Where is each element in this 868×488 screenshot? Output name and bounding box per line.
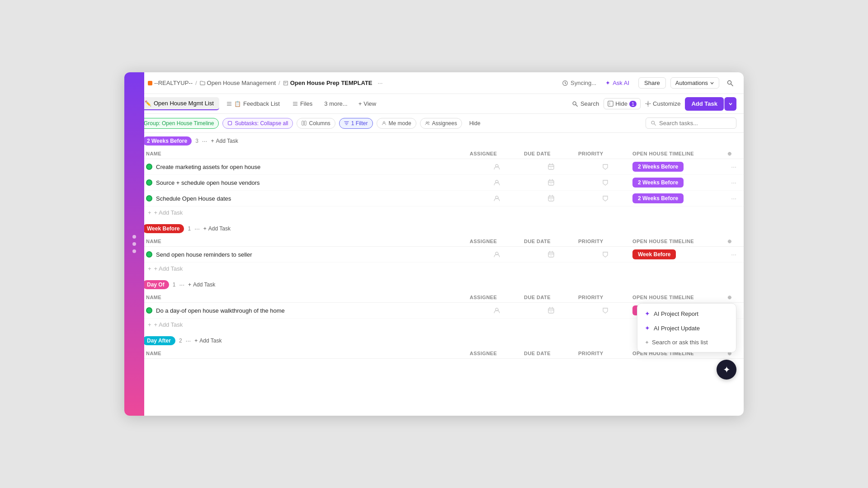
due-date-cell[interactable]: [524, 195, 578, 202]
row-more-button[interactable]: ···: [723, 251, 736, 258]
active-filter-chip[interactable]: 1 Filter: [339, 118, 373, 129]
group-header-day-of[interactable]: ▾ Day Of 1 ··· +Add Task: [124, 277, 744, 293]
svg-rect-16: [608, 101, 613, 106]
task-status-dot[interactable]: [146, 195, 152, 202]
priority-cell[interactable]: [578, 164, 632, 170]
group-header-two-weeks[interactable]: ▾ 2 Weeks Before 3 ··· +Add Task: [124, 133, 744, 149]
breadcrumb-folder[interactable]: Open House Management: [200, 80, 276, 86]
group-filter-chip[interactable]: Group: Open House Timeline: [132, 118, 219, 129]
due-date-cell[interactable]: [524, 179, 578, 186]
group-label-week-before[interactable]: Week Before: [142, 224, 184, 233]
timeline-cell[interactable]: 2 Weeks Before: [632, 162, 723, 172]
breadcrumb-more-button[interactable]: ···: [375, 79, 386, 87]
priority-cell[interactable]: [578, 251, 632, 258]
add-task-row-week-before[interactable]: ++ Add Task: [124, 263, 744, 275]
ask-ai-button[interactable]: ✦ Ask AI: [601, 78, 634, 88]
col-name-header: Name: [146, 295, 470, 300]
task-name-send-reminders[interactable]: Send open house reminders to seller: [146, 251, 470, 258]
timeline-cell[interactable]: 2 Weeks Before: [632, 178, 723, 188]
priority-cell[interactable]: [578, 179, 632, 186]
group-label-two-weeks[interactable]: 2 Weeks Before: [142, 136, 192, 145]
assignee-cell[interactable]: [470, 195, 524, 202]
ai-project-report-button[interactable]: ✦ AI Project Report: [637, 306, 736, 321]
task-name-source-schedule[interactable]: Source + schedule open house vendors: [146, 179, 470, 186]
tab-open-house-mgmt-list[interactable]: ✏️ Open House Mgmt List: [132, 97, 219, 110]
task-status-dot[interactable]: [146, 251, 152, 258]
group-label-day-of[interactable]: Day Of: [142, 280, 169, 289]
group-add-task-two-weeks[interactable]: +Add Task: [211, 138, 238, 144]
add-task-row-two-weeks[interactable]: ++ Add Task: [124, 206, 744, 219]
task-status-dot[interactable]: [146, 164, 152, 170]
fab-button[interactable]: ✦: [717, 360, 736, 380]
task-name-walkthrough[interactable]: Do a day-of open house walkthrough of th…: [146, 307, 470, 314]
group-dots-two-weeks[interactable]: ···: [202, 137, 208, 145]
group-add-task-day-after[interactable]: +Add Task: [194, 338, 222, 344]
search-tasks-input[interactable]: [659, 120, 731, 127]
group-dots-day-after[interactable]: ···: [186, 337, 191, 344]
ai-search-list-button[interactable]: ✦ Search or ask this list: [637, 335, 736, 349]
svg-rect-9: [227, 103, 231, 104]
due-date-cell[interactable]: [524, 251, 578, 258]
assignees-chip[interactable]: Assignees: [420, 118, 462, 129]
assignee-cell[interactable]: [470, 307, 524, 314]
add-column-button[interactable]: ⊕: [723, 295, 736, 300]
add-column-button[interactable]: ⊕: [723, 239, 736, 244]
me-mode-chip[interactable]: Me mode: [377, 118, 416, 129]
add-task-button[interactable]: Add Task: [685, 97, 724, 111]
row-more-button[interactable]: ···: [723, 179, 736, 186]
row-more-button[interactable]: ···: [723, 163, 736, 170]
assignee-cell[interactable]: [470, 163, 524, 170]
priority-cell[interactable]: [578, 195, 632, 202]
columns-filter-chip[interactable]: Columns: [297, 118, 335, 129]
tab-files[interactable]: Files: [287, 98, 318, 110]
task-status-dot[interactable]: [146, 307, 152, 314]
svg-point-3: [728, 80, 731, 84]
task-status-dot[interactable]: [146, 179, 152, 186]
ai-star-icon: ✦: [645, 324, 650, 332]
automations-button[interactable]: Automations: [670, 77, 719, 89]
svg-line-4: [731, 84, 733, 86]
ai-project-update-button[interactable]: ✦ AI Project Update: [637, 321, 736, 335]
add-column-button[interactable]: ⊕: [723, 151, 736, 157]
group-dots-day-of[interactable]: ···: [179, 281, 184, 288]
due-date-cell[interactable]: [524, 163, 578, 170]
group-label-day-after[interactable]: Day After: [142, 336, 175, 345]
left-accent-bar: [124, 72, 144, 416]
breadcrumb-workspace[interactable]: --REALTYUP--: [148, 80, 193, 86]
add-task-dropdown-button[interactable]: [724, 97, 736, 111]
more-tabs-button[interactable]: 3 more...: [320, 98, 352, 109]
add-view-button[interactable]: + View: [354, 98, 381, 109]
col-assignee-header: Assignee: [470, 151, 524, 157]
tab-feedback-list[interactable]: 📋 Feedback List: [221, 98, 285, 110]
row-more-button[interactable]: ···: [723, 195, 736, 202]
group-add-task-day-of[interactable]: +Add Task: [188, 282, 215, 288]
timeline-badge[interactable]: 2 Weeks Before: [632, 193, 684, 203]
title-bar: --REALTYUP-- / Open House Management / O…: [124, 72, 744, 94]
timeline-badge[interactable]: Week Before: [632, 249, 676, 259]
task-name-create-marketing[interactable]: Create marketing assets for open house: [146, 164, 470, 170]
customize-button[interactable]: Customize: [645, 100, 680, 107]
timeline-cell[interactable]: 2 Weeks Before: [632, 193, 723, 203]
timeline-badge[interactable]: 2 Weeks Before: [632, 178, 684, 188]
group-count-day-after: 2: [179, 338, 182, 344]
hide-filter-chip[interactable]: Hide: [466, 118, 484, 128]
due-date-cell[interactable]: [524, 307, 578, 314]
priority-cell[interactable]: [578, 307, 632, 314]
add-task-button-group[interactable]: Add Task: [685, 97, 736, 111]
timeline-badge[interactable]: 2 Weeks Before: [632, 162, 684, 172]
sync-button[interactable]: Syncing...: [562, 80, 596, 86]
hide-button[interactable]: Hide 1: [604, 98, 641, 109]
group-header-week-before[interactable]: ▾ Week Before 1 ··· +Add Task: [124, 221, 744, 237]
group-add-task-week-before[interactable]: +Add Task: [203, 225, 231, 232]
list-search-button[interactable]: Search: [572, 100, 599, 107]
task-name-schedule-dates[interactable]: Schedule Open House dates: [146, 195, 470, 202]
assignee-cell[interactable]: [470, 251, 524, 258]
search-tasks-icon: [651, 120, 656, 126]
share-button[interactable]: Share: [638, 77, 666, 89]
assignee-cell[interactable]: [470, 179, 524, 186]
timeline-cell[interactable]: Week Before: [632, 249, 723, 259]
global-search-button[interactable]: [724, 77, 736, 89]
subtasks-filter-chip[interactable]: Subtasks: Collapse all: [222, 118, 293, 129]
group-dots-week-before[interactable]: ···: [194, 225, 200, 232]
col-due-date-header: Due date: [524, 295, 578, 300]
